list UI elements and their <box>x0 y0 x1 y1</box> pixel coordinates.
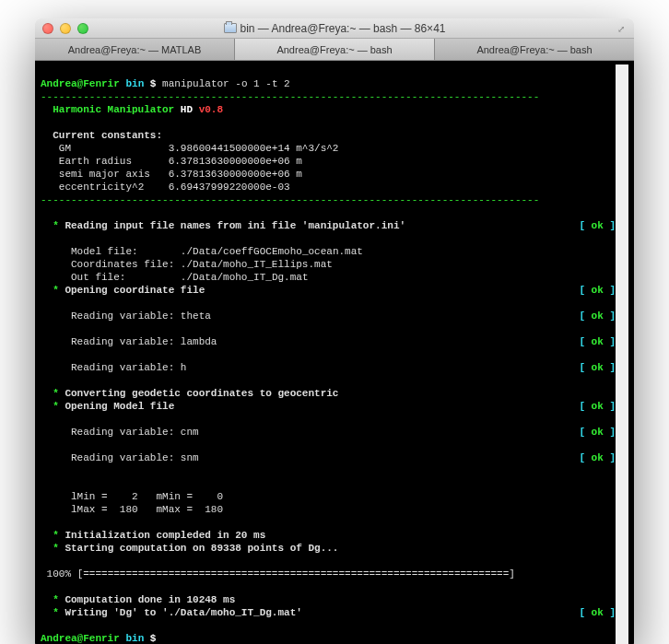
prompt-symbol-2: $ <box>150 633 157 644</box>
window-title-bar[interactable]: bin — Andrea@Freya:~ — bash — 86×41 ⤢ <box>35 18 634 39</box>
coords-file-label: Coordinates file: <box>71 259 174 270</box>
model-file-value: ./Data/coeffGOCEmoho_ocean.mat <box>181 246 363 257</box>
const-er-value: 6.37813630000000e+06 m <box>169 156 302 167</box>
tab-bash-1[interactable]: Andrea@Freya:~ — bash <box>235 39 435 60</box>
divider-bottom: ----------------------------------------… <box>41 194 539 205</box>
banner-version: v0.8 <box>199 104 223 115</box>
banner-hd: HD <box>181 104 193 115</box>
tab-matlab[interactable]: Andrea@Freya:~ — MATLAB <box>35 39 235 60</box>
const-ecc-value: 6.69437999220000e-03 <box>169 181 290 193</box>
const-sma-label: semi major axis <box>59 169 150 180</box>
start-msg: Starting computation on 89338 points of … <box>65 543 338 554</box>
prompt-user-2: Andrea@Fenrir <box>41 633 120 644</box>
step-read-ini: Reading input file names from ini file '… <box>65 220 405 231</box>
prompt-cwd: bin <box>125 78 144 89</box>
out-file-value: ./Data/moho_IT_Dg.mat <box>181 272 309 283</box>
terminal-window: bin — Andrea@Freya:~ — bash — 86×41 ⤢ An… <box>35 18 634 644</box>
lmax: lMax = 180 <box>71 504 138 515</box>
read-h: Reading variable: h <box>71 362 186 373</box>
step-convert: Converting geodetic coordinates to geoce… <box>65 388 338 399</box>
ok-7: ok <box>592 427 604 438</box>
ok-9: ok <box>592 607 604 618</box>
read-snm: Reading variable: snm <box>71 452 199 463</box>
const-gm-value: 3.98600441500000e+14 m^3/s^2 <box>169 143 339 154</box>
lmin: lMin = 2 <box>71 491 138 502</box>
ok-5: ok <box>592 362 604 373</box>
progress-bar: [=======================================… <box>77 568 515 580</box>
const-sma-value: 6.37813630000000e+06 m <box>169 169 302 180</box>
step-open-coord: Opening coordinate file <box>65 285 205 296</box>
model-file-label: Model file: <box>71 246 138 257</box>
read-theta: Reading variable: theta <box>71 310 211 322</box>
ok-2: ok <box>592 285 604 296</box>
zoom-button[interactable] <box>77 23 88 34</box>
const-ecc-label: eccentricity^2 <box>59 181 144 193</box>
close-button[interactable] <box>42 23 53 34</box>
step-open-model: Opening Model file <box>65 401 174 412</box>
tab-bash-2[interactable]: Andrea@Freya:~ — bash <box>435 39 634 60</box>
banner-name: Harmonic Manipulator <box>53 104 174 115</box>
ok-1: ok <box>592 220 604 231</box>
terminal-content: Andrea@Fenrir bin $ manipulator -o 1 -t … <box>41 64 616 644</box>
expand-icon[interactable]: ⤢ <box>617 24 627 33</box>
write-msg: Writing 'Dg' to './Data/moho_IT_Dg.mat' <box>65 607 301 618</box>
ok-6: ok <box>592 401 604 412</box>
window-title: bin — Andrea@Freya:~ — bash — 86×41 <box>35 22 634 35</box>
ok-3: ok <box>592 310 604 322</box>
out-file-label: Out file: <box>71 272 125 283</box>
const-er-label: Earth radius <box>59 156 132 167</box>
read-lambda: Reading variable: lambda <box>71 336 217 347</box>
constants-header: Current constants: <box>53 130 162 141</box>
ok-8: ok <box>592 452 604 463</box>
progress-pct: 100% <box>47 568 71 580</box>
tab-bar: Andrea@Freya:~ — MATLAB Andrea@Freya:~ —… <box>35 39 634 61</box>
divider-top: ----------------------------------------… <box>41 91 539 102</box>
folder-icon <box>224 23 237 33</box>
ok-4: ok <box>592 336 604 347</box>
window-title-text: bin — Andrea@Freya:~ — bash — 86×41 <box>241 22 446 35</box>
mmax: mMax = 180 <box>156 504 223 515</box>
init-msg: Initialization compleded in 20 ms <box>65 530 265 541</box>
coords-file-value: ./Data/moho_IT_Ellips.mat <box>181 259 333 270</box>
prompt-cwd-2: bin <box>125 633 144 644</box>
minimize-button[interactable] <box>60 23 71 34</box>
terminal-body[interactable]: Andrea@Fenrir bin $ manipulator -o 1 -t … <box>35 61 634 644</box>
const-gm-label: GM <box>59 143 71 154</box>
read-cnm: Reading variable: cnm <box>71 427 199 438</box>
traffic-lights <box>42 23 88 34</box>
prompt-symbol: $ <box>150 78 157 89</box>
mmin: mMin = 0 <box>156 491 223 502</box>
command-text: manipulator -o 1 -t 2 <box>162 78 290 89</box>
prompt-user: Andrea@Fenrir <box>41 78 120 89</box>
scrollbar[interactable] <box>616 64 628 644</box>
done-msg: Computation done in 10248 ms <box>65 594 235 605</box>
